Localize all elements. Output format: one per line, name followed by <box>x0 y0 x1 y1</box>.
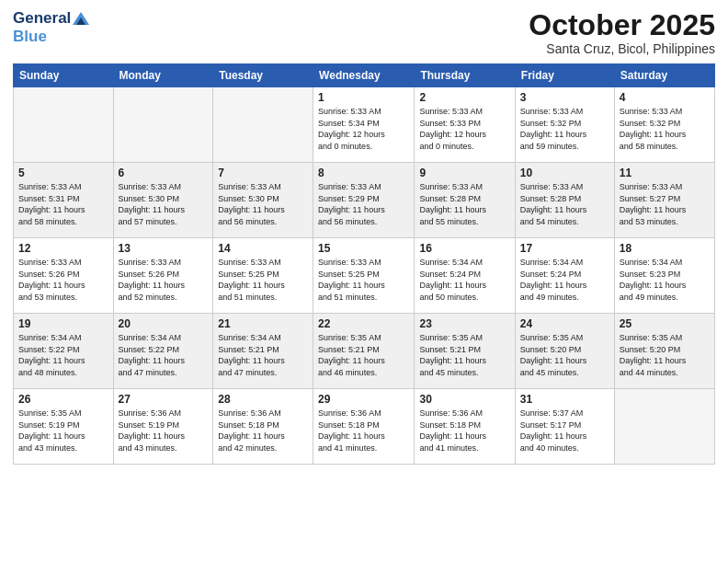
day-info: Sunrise: 5:35 AM Sunset: 5:20 PM Dayligh… <box>620 332 710 378</box>
day-number: 18 <box>620 242 710 255</box>
calendar-cell: 22Sunrise: 5:35 AM Sunset: 5:21 PM Dayli… <box>313 314 415 389</box>
weekday-header-saturday: Saturday <box>614 64 714 87</box>
day-info: Sunrise: 5:33 AM Sunset: 5:30 PM Dayligh… <box>119 181 209 227</box>
day-info: Sunrise: 5:35 AM Sunset: 5:21 PM Dayligh… <box>419 332 509 378</box>
day-info: Sunrise: 5:33 AM Sunset: 5:26 PM Dayligh… <box>119 257 209 303</box>
day-info: Sunrise: 5:34 AM Sunset: 5:22 PM Dayligh… <box>119 332 209 378</box>
calendar-cell: 10Sunrise: 5:33 AM Sunset: 5:28 PM Dayli… <box>515 163 614 238</box>
day-info: Sunrise: 5:33 AM Sunset: 5:32 PM Dayligh… <box>620 106 710 152</box>
weekday-header-sunday: Sunday <box>14 64 114 87</box>
calendar-cell: 27Sunrise: 5:36 AM Sunset: 5:19 PM Dayli… <box>113 389 213 465</box>
calendar-week-1: 1Sunrise: 5:33 AM Sunset: 5:34 PM Daylig… <box>14 87 715 163</box>
day-number: 21 <box>218 317 308 330</box>
day-info: Sunrise: 5:34 AM Sunset: 5:22 PM Dayligh… <box>18 332 108 378</box>
day-number: 20 <box>119 317 209 330</box>
day-info: Sunrise: 5:34 AM Sunset: 5:23 PM Dayligh… <box>620 257 710 303</box>
day-number: 29 <box>318 393 409 406</box>
calendar-week-4: 19Sunrise: 5:34 AM Sunset: 5:22 PM Dayli… <box>14 314 715 389</box>
calendar-cell: 11Sunrise: 5:33 AM Sunset: 5:27 PM Dayli… <box>614 163 714 238</box>
calendar-cell: 8Sunrise: 5:33 AM Sunset: 5:29 PM Daylig… <box>313 163 415 238</box>
day-number: 16 <box>419 242 509 255</box>
weekday-header-tuesday: Tuesday <box>213 64 313 87</box>
calendar-cell: 5Sunrise: 5:33 AM Sunset: 5:31 PM Daylig… <box>14 163 114 238</box>
weekday-header-wednesday: Wednesday <box>313 64 415 87</box>
day-info: Sunrise: 5:34 AM Sunset: 5:21 PM Dayligh… <box>218 332 308 378</box>
day-number: 11 <box>620 167 710 179</box>
weekday-header-friday: Friday <box>515 64 614 87</box>
day-info: Sunrise: 5:35 AM Sunset: 5:20 PM Dayligh… <box>520 332 609 378</box>
calendar-cell: 14Sunrise: 5:33 AM Sunset: 5:25 PM Dayli… <box>213 238 313 314</box>
calendar-cell: 9Sunrise: 5:33 AM Sunset: 5:28 PM Daylig… <box>415 163 515 238</box>
header: General Blue October 2025 Santa Cruz, Bi… <box>13 9 715 56</box>
day-info: Sunrise: 5:34 AM Sunset: 5:24 PM Dayligh… <box>419 257 509 303</box>
day-number: 28 <box>218 393 308 406</box>
month-title: October 2025 <box>529 9 715 41</box>
day-number: 8 <box>318 167 409 179</box>
calendar-cell: 30Sunrise: 5:36 AM Sunset: 5:18 PM Dayli… <box>415 389 515 465</box>
day-number: 30 <box>419 393 509 406</box>
day-info: Sunrise: 5:37 AM Sunset: 5:17 PM Dayligh… <box>520 408 609 454</box>
weekday-header-monday: Monday <box>113 64 213 87</box>
day-number: 13 <box>119 242 209 255</box>
day-info: Sunrise: 5:33 AM Sunset: 5:27 PM Dayligh… <box>620 181 710 227</box>
day-number: 19 <box>18 317 108 330</box>
calendar-cell: 15Sunrise: 5:33 AM Sunset: 5:25 PM Dayli… <box>313 238 415 314</box>
calendar-cell: 17Sunrise: 5:34 AM Sunset: 5:24 PM Dayli… <box>515 238 614 314</box>
day-info: Sunrise: 5:33 AM Sunset: 5:33 PM Dayligh… <box>419 106 509 152</box>
day-info: Sunrise: 5:36 AM Sunset: 5:19 PM Dayligh… <box>119 408 209 454</box>
calendar-cell: 13Sunrise: 5:33 AM Sunset: 5:26 PM Dayli… <box>113 238 213 314</box>
calendar-cell: 23Sunrise: 5:35 AM Sunset: 5:21 PM Dayli… <box>415 314 515 389</box>
logo-blue-text: Blue <box>13 28 47 46</box>
calendar-cell: 2Sunrise: 5:33 AM Sunset: 5:33 PM Daylig… <box>415 87 515 163</box>
day-number: 31 <box>520 393 609 406</box>
calendar-cell: 4Sunrise: 5:33 AM Sunset: 5:32 PM Daylig… <box>614 87 714 163</box>
day-info: Sunrise: 5:33 AM Sunset: 5:28 PM Dayligh… <box>520 181 609 227</box>
calendar-cell: 31Sunrise: 5:37 AM Sunset: 5:17 PM Dayli… <box>515 389 614 465</box>
day-info: Sunrise: 5:33 AM Sunset: 5:31 PM Dayligh… <box>18 181 108 227</box>
day-info: Sunrise: 5:33 AM Sunset: 5:30 PM Dayligh… <box>218 181 308 227</box>
calendar-cell: 18Sunrise: 5:34 AM Sunset: 5:23 PM Dayli… <box>614 238 714 314</box>
calendar-cell: 26Sunrise: 5:35 AM Sunset: 5:19 PM Dayli… <box>14 389 114 465</box>
day-info: Sunrise: 5:34 AM Sunset: 5:24 PM Dayligh… <box>520 257 609 303</box>
day-number: 22 <box>318 317 409 330</box>
calendar-cell: 19Sunrise: 5:34 AM Sunset: 5:22 PM Dayli… <box>14 314 114 389</box>
calendar-cell: 24Sunrise: 5:35 AM Sunset: 5:20 PM Dayli… <box>515 314 614 389</box>
calendar-cell: 12Sunrise: 5:33 AM Sunset: 5:26 PM Dayli… <box>14 238 114 314</box>
day-number: 3 <box>520 91 609 104</box>
calendar-cell: 25Sunrise: 5:35 AM Sunset: 5:20 PM Dayli… <box>614 314 714 389</box>
calendar-cell: 1Sunrise: 5:33 AM Sunset: 5:34 PM Daylig… <box>313 87 415 163</box>
calendar-cell: 28Sunrise: 5:36 AM Sunset: 5:18 PM Dayli… <box>213 389 313 465</box>
day-info: Sunrise: 5:35 AM Sunset: 5:21 PM Dayligh… <box>318 332 409 378</box>
logo: General Blue <box>13 9 89 46</box>
day-number: 12 <box>18 242 108 255</box>
day-number: 25 <box>620 317 710 330</box>
calendar-table: SundayMondayTuesdayWednesdayThursdayFrid… <box>13 63 715 465</box>
calendar-cell: 21Sunrise: 5:34 AM Sunset: 5:21 PM Dayli… <box>213 314 313 389</box>
calendar-week-3: 12Sunrise: 5:33 AM Sunset: 5:26 PM Dayli… <box>14 238 715 314</box>
day-info: Sunrise: 5:33 AM Sunset: 5:25 PM Dayligh… <box>318 257 409 303</box>
calendar-cell: 7Sunrise: 5:33 AM Sunset: 5:30 PM Daylig… <box>213 163 313 238</box>
location: Santa Cruz, Bicol, Philippines <box>529 41 715 56</box>
day-number: 9 <box>419 167 509 179</box>
day-number: 1 <box>318 91 409 104</box>
day-number: 26 <box>18 393 108 406</box>
day-info: Sunrise: 5:36 AM Sunset: 5:18 PM Dayligh… <box>419 408 509 454</box>
calendar-cell: 20Sunrise: 5:34 AM Sunset: 5:22 PM Dayli… <box>113 314 213 389</box>
day-number: 4 <box>620 91 710 104</box>
day-info: Sunrise: 5:36 AM Sunset: 5:18 PM Dayligh… <box>218 408 308 454</box>
day-number: 24 <box>520 317 609 330</box>
calendar-cell <box>14 87 114 163</box>
day-number: 27 <box>119 393 209 406</box>
day-number: 7 <box>218 167 308 179</box>
day-info: Sunrise: 5:33 AM Sunset: 5:29 PM Dayligh… <box>318 181 409 227</box>
day-info: Sunrise: 5:35 AM Sunset: 5:19 PM Dayligh… <box>18 408 108 454</box>
day-info: Sunrise: 5:36 AM Sunset: 5:18 PM Dayligh… <box>318 408 409 454</box>
logo-general-text: General <box>13 9 71 28</box>
logo-icon <box>73 12 89 25</box>
day-info: Sunrise: 5:33 AM Sunset: 5:28 PM Dayligh… <box>419 181 509 227</box>
calendar-week-2: 5Sunrise: 5:33 AM Sunset: 5:31 PM Daylig… <box>14 163 715 238</box>
day-info: Sunrise: 5:33 AM Sunset: 5:26 PM Dayligh… <box>18 257 108 303</box>
day-info: Sunrise: 5:33 AM Sunset: 5:34 PM Dayligh… <box>318 106 409 152</box>
calendar-cell <box>113 87 213 163</box>
day-number: 5 <box>18 167 108 179</box>
